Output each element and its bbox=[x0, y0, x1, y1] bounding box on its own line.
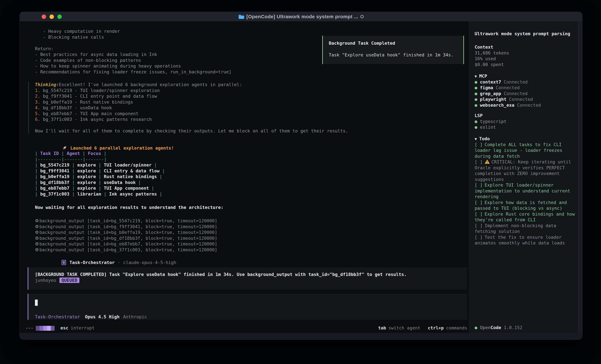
agents-table: |Task ID|Agent|Focus| |---------|-------… bbox=[35, 151, 165, 197]
username: junhoyeo bbox=[35, 278, 56, 283]
chevron-down-icon: ▼ bbox=[475, 74, 477, 78]
close-button[interactable] bbox=[42, 15, 46, 19]
agent-model: claude-opus-4-5-high bbox=[123, 260, 176, 265]
ctrlp-key-hint: ctrl+p bbox=[428, 325, 444, 330]
selected-agent: Task-Orchestrator bbox=[35, 314, 80, 319]
app-window: [OpenCode] Ultrawork mode system prompt … bbox=[20, 12, 582, 340]
mcp-heading-row[interactable]: ▼MCP bbox=[475, 73, 575, 79]
app-version: 1.0.152 bbox=[504, 325, 522, 330]
sidebar: Ultrawork mode system prompt parsing Con… bbox=[469, 21, 578, 333]
notification-body: Task "Explore useData hook" finished in … bbox=[329, 52, 463, 58]
notification-title: Background Task Completed bbox=[329, 40, 463, 46]
esc-key-hint: esc bbox=[60, 325, 69, 330]
terminal-line bbox=[35, 40, 231, 46]
context-section: Context 31,686 tokens 16% used $0.00 spe… bbox=[475, 44, 575, 67]
queued-badge: QUEUED bbox=[60, 278, 79, 283]
thinking-label: Thinking: bbox=[35, 82, 59, 87]
session-title: Ultrawork mode system prompt parsing bbox=[475, 31, 575, 37]
tool-call-line: ⚙background_output [task_id=bg_5547c219,… bbox=[35, 218, 217, 224]
todo-item: [ ]Implement non-blocking data fetching … bbox=[475, 223, 575, 234]
status-dot-icon: ● bbox=[475, 85, 477, 90]
mcp-item: ●grep_appConnected bbox=[475, 91, 575, 96]
context-spent: $0.00 spent bbox=[475, 62, 575, 67]
gear-icon: ⚙ bbox=[35, 230, 39, 235]
launch-banner: Launched 6 parallel exploration agents! bbox=[35, 139, 174, 145]
minimize-button[interactable] bbox=[50, 15, 54, 19]
folder-icon bbox=[238, 14, 244, 19]
agent-square-icon bbox=[61, 260, 66, 265]
todo-item: [ ]Explore how data is fetched and passe… bbox=[475, 200, 575, 211]
tool-call-line: ⚙background_output [task_id=bg_eb87ebb7,… bbox=[35, 241, 217, 247]
table-row: |bg_5547c219|explore|TUI loader/spinner| bbox=[35, 162, 165, 168]
terminal-main: - Heavy computation in render - Blocking… bbox=[20, 21, 469, 333]
table-row: |bg_df18bb3f|explore|useData hook| bbox=[35, 180, 165, 185]
thinking-item: 6.bg_37f1c003 - Ink async patterns resea… bbox=[35, 116, 348, 122]
thinking-block: Thinking:Excellent! I've launched 6 back… bbox=[28, 82, 348, 134]
text-cursor bbox=[35, 300, 38, 306]
launch-banner-text: Launched 6 parallel exploration agents! bbox=[70, 145, 174, 151]
todo-section: ▼Todo [ ]Complete ALL tasks to fix CLI l… bbox=[475, 136, 575, 246]
selected-model: Opus 4.5 High bbox=[85, 314, 119, 319]
todo-heading-row[interactable]: ▼Todo bbox=[475, 136, 575, 142]
model-provider: Anthropic bbox=[123, 314, 147, 319]
scrollbar-gutter[interactable] bbox=[578, 21, 582, 333]
terminal-line: - Heavy computation in render bbox=[35, 28, 231, 34]
table-row: |bg_b0effa19|explore|Rust native binding… bbox=[35, 174, 165, 180]
toast-notification[interactable]: Background Task Completed Task "Explore … bbox=[322, 36, 464, 64]
mcp-item: ●figmaConnected bbox=[475, 85, 575, 91]
thinking-outro: Now I'll wait for all of them to complet… bbox=[35, 128, 348, 134]
tool-result-text: - Heavy computation in render - Blocking… bbox=[35, 28, 231, 75]
app-version-footer: ●OpenCode1.0.152 bbox=[475, 325, 522, 331]
prompt-input[interactable]: Task-OrchestratorOpus 4.5 HighAnthropic bbox=[28, 294, 467, 320]
agent-selector[interactable]: Task-OrchestratorOpus 4.5 HighAnthropic bbox=[35, 314, 467, 320]
online-dot-icon: ● bbox=[475, 325, 477, 330]
lsp-item: ●typescript bbox=[475, 119, 575, 125]
mcp-item: ●context7Connected bbox=[475, 79, 575, 85]
background-task-completed-box: [BACKGROUND TASK COMPLETED] Task "Explor… bbox=[28, 267, 467, 290]
window-title-group: [OpenCode] Ultrawork mode system prompt … bbox=[238, 14, 364, 19]
session-title-block: Ultrawork mode system prompt parsing bbox=[475, 31, 575, 37]
agent-attribution: Task-Orchestrator·claude-opus-4-5-high bbox=[35, 254, 176, 260]
gear-icon: ⚙ bbox=[35, 241, 39, 246]
progress-spinner-icon bbox=[26, 326, 55, 331]
titlebar: [OpenCode] Ultrawork mode system prompt … bbox=[20, 12, 582, 21]
status-dot-icon: ● bbox=[475, 79, 477, 85]
agent-name: Task-Orchestrator bbox=[70, 260, 115, 265]
maximize-button[interactable] bbox=[57, 15, 62, 19]
table-separator-row: |---------|-------|-------| bbox=[35, 156, 165, 162]
todo-item: [ ]Test the fix to ensure loader animate… bbox=[475, 234, 575, 246]
status-dot-icon: ● bbox=[475, 97, 477, 102]
status-dot-icon: ● bbox=[475, 91, 477, 96]
thinking-item: 4.bg_df18bb3f - useData hook bbox=[35, 105, 348, 111]
thinking-intro: Thinking:Excellent! I've launched 6 back… bbox=[35, 82, 348, 87]
todo-item: [ ]Explore Rust core bindings and how th… bbox=[475, 211, 575, 223]
context-tokens: 31,686 tokens bbox=[475, 50, 575, 56]
loading-circle-icon bbox=[361, 15, 364, 18]
terminal-line: - How to keep spinner animating during h… bbox=[35, 63, 231, 69]
gear-icon: ⚙ bbox=[35, 218, 39, 223]
gear-icon: ⚙ bbox=[35, 247, 39, 252]
todo-heading: Todo bbox=[479, 136, 490, 141]
mcp-item: ●playwrightConnected bbox=[475, 96, 575, 102]
tool-calls-block: ⚙background_output [task_id=bg_5547c219,… bbox=[35, 218, 217, 253]
table-header-row: |Task ID|Agent|Focus| bbox=[35, 151, 165, 156]
thinking-item: 3.bg_b0effa19 - Rust native bindings bbox=[35, 99, 348, 105]
tool-call-line: ⚙background_output [task_id=bg_b0effa19,… bbox=[35, 230, 217, 235]
waiting-heading: Now waiting for all exploration results … bbox=[35, 204, 223, 210]
todo-item: [ ]CRITICAL: Keep iterating until Oracle… bbox=[475, 159, 575, 182]
todo-item: [ ]Complete ALL tasks to fix CLI loader … bbox=[475, 142, 575, 159]
tool-call-line: ⚙background_output [task_id=bg_df18bb3f,… bbox=[35, 235, 217, 241]
mcp-section: ▼MCP ●context7Connected ●figmaConnected … bbox=[475, 73, 575, 108]
keybind-hints: tabswitch agentctrl+pcommands bbox=[378, 325, 467, 331]
rocket-icon bbox=[61, 145, 68, 151]
status-bar: escinterrupt tabswitch agentctrl+pcomman… bbox=[26, 325, 467, 331]
lsp-heading: LSP bbox=[475, 113, 575, 119]
chevron-down-icon: ▼ bbox=[475, 137, 477, 141]
traffic-lights bbox=[42, 12, 62, 21]
waiting-heading-block: Now waiting for all exploration results … bbox=[35, 204, 223, 210]
status-dot-icon: ● bbox=[475, 103, 477, 108]
tool-call-line: ⚙background_output [task_id=bg_37f1c003,… bbox=[35, 247, 217, 253]
todo-item: [ ]Explore TUI loader/spinner implementa… bbox=[475, 182, 575, 200]
tool-call-line: ⚙background_output [task_id=bg_f9ff3041,… bbox=[35, 224, 217, 230]
table-row: |bg_f9ff3041|explore|CLI entry & data fl… bbox=[35, 168, 165, 174]
